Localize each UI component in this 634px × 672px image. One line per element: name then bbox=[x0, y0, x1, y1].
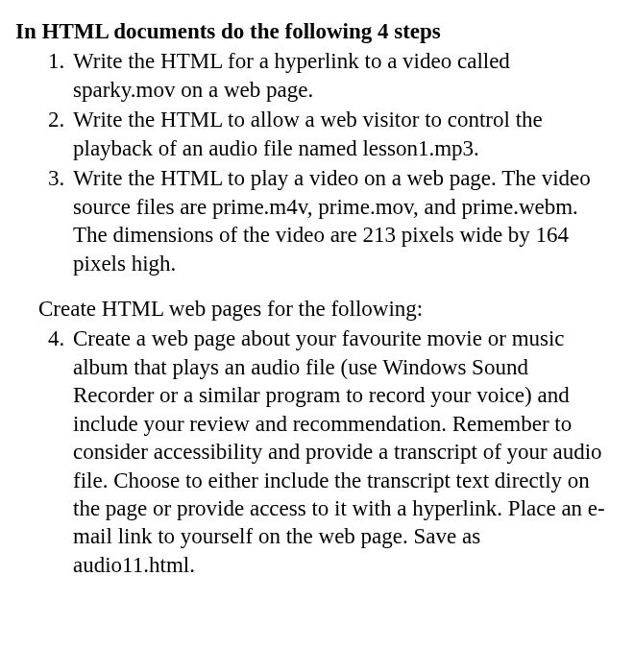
list-marker: 1. bbox=[48, 47, 73, 75]
list-marker: 3. bbox=[48, 164, 73, 192]
list-item-text: Write the HTML to allow a web visitor to… bbox=[73, 106, 607, 162]
list-marker: 4. bbox=[48, 324, 73, 352]
instruction-list-section2: 4. Create a web page about your favourit… bbox=[15, 324, 607, 579]
list-marker: 2. bbox=[48, 106, 73, 133]
list-item: 1. Write the HTML for a hyperlink to a v… bbox=[48, 47, 607, 104]
list-item-text: Write the HTML for a hyperlink to a vide… bbox=[73, 47, 607, 104]
list-item-text: Create a web page about your favourite m… bbox=[73, 324, 607, 579]
document-heading: In HTML documents do the following 4 ste… bbox=[15, 17, 607, 45]
section2-intro-text: Create HTML web pages for the following: bbox=[15, 295, 607, 323]
list-item: 4. Create a web page about your favourit… bbox=[48, 324, 607, 579]
list-item: 3. Write the HTML to play a video on a w… bbox=[48, 164, 607, 277]
list-item: 2. Write the HTML to allow a web visitor… bbox=[48, 106, 607, 162]
instruction-list-section1: 1. Write the HTML for a hyperlink to a v… bbox=[15, 47, 607, 277]
list-item-text: Write the HTML to play a video on a web … bbox=[73, 164, 607, 277]
